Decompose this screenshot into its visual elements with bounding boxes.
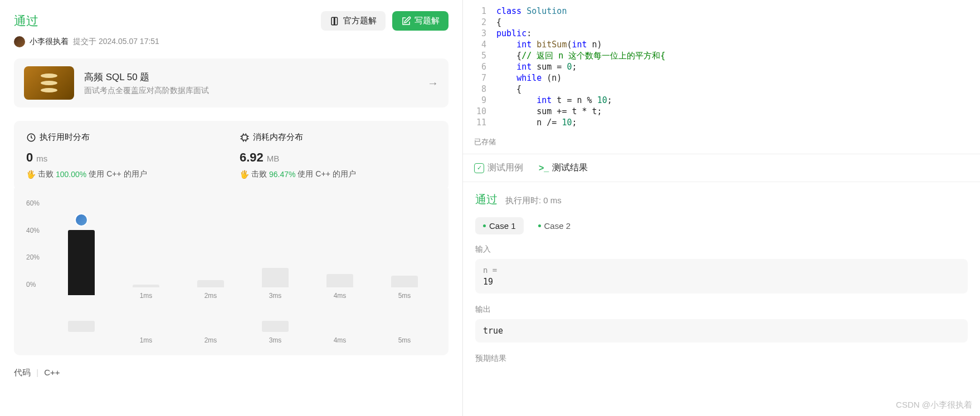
line-number: 7 — [474, 72, 496, 84]
tab-testcases[interactable]: ✓ 测试用例 — [474, 162, 523, 174]
code-content[interactable]: int t = n % 10; — [496, 95, 612, 106]
mini-bar-column[interactable] — [50, 321, 113, 344]
bar-column[interactable] — [50, 230, 113, 300]
status-accepted: 通过 — [14, 13, 38, 30]
y-tick: 40% — [26, 227, 40, 234]
mini-bar — [68, 321, 95, 332]
code-line[interactable]: 4 int bitSum(int n) — [474, 39, 980, 50]
code-content[interactable]: {// 返回 n 这个数每一位上的平方和{ — [496, 50, 665, 61]
code-line[interactable]: 5 {// 返回 n 这个数每一位上的平方和{ — [474, 50, 980, 61]
code-content[interactable]: while (n) — [496, 72, 562, 84]
user-avatar[interactable] — [14, 36, 25, 47]
write-solution-button[interactable]: 写题解 — [392, 11, 448, 31]
code-section-header: 代码 | C++ — [14, 368, 448, 378]
code-label: 代码 — [14, 368, 31, 377]
runtime-header: 执行用时分布 — [26, 132, 223, 143]
saved-status: 已存储 — [463, 134, 980, 154]
runtime-beat: 🖐 击败 100.00% 使用 C++ 的用户 — [26, 169, 223, 179]
mini-bar-column[interactable]: 1ms — [114, 321, 178, 344]
result-status: 通过 执行用时: 0 ms — [475, 192, 968, 207]
case-2-tab[interactable]: Case 2 — [530, 217, 579, 234]
database-icon — [41, 74, 57, 92]
chip-icon — [240, 133, 250, 143]
code-content[interactable]: int bitSum(int n) — [496, 39, 602, 50]
status-row: 通过 官方题解 写题解 — [14, 11, 448, 31]
bar-column[interactable]: 4ms — [308, 274, 372, 300]
mini-bar-column[interactable]: 3ms — [243, 321, 307, 344]
code-content[interactable]: n /= 10; — [496, 117, 577, 128]
check-icon: ✓ — [474, 163, 484, 173]
mini-x-label: 4ms — [334, 336, 347, 344]
bar-column[interactable]: 3ms — [243, 268, 307, 300]
bar — [326, 274, 353, 287]
status-buttons: 官方题解 写题解 — [321, 11, 448, 31]
code-line[interactable]: 10 sum += t * t; — [474, 106, 980, 117]
input-value: 19 — [483, 277, 960, 287]
bar-column[interactable]: 5ms — [373, 276, 436, 300]
code-content[interactable]: public: — [496, 28, 532, 39]
code-line[interactable]: 2{ — [474, 17, 980, 28]
mini-bar — [326, 321, 353, 332]
memory-beat-suffix: 使用 C++ 的用户 — [298, 169, 355, 179]
mini-bar — [391, 321, 418, 332]
code-line[interactable]: 3public: — [474, 28, 980, 39]
bar-column[interactable]: 2ms — [179, 280, 242, 300]
code-line[interactable]: 1class Solution — [474, 6, 980, 17]
runtime-header-text: 执行用时分布 — [40, 132, 90, 143]
mini-bar — [262, 321, 289, 332]
hand-icon: 🖐 — [240, 170, 249, 179]
mini-x-label: 5ms — [398, 336, 411, 344]
code-line[interactable]: 9 int t = n % 10; — [474, 95, 980, 106]
expected-label: 预期结果 — [475, 354, 968, 364]
memory-beat-pct: 96.47% — [269, 170, 295, 179]
code-line[interactable]: 6 int sum = 0; — [474, 61, 980, 72]
official-solution-button[interactable]: 官方题解 — [321, 11, 386, 31]
username[interactable]: 小李很执着 — [30, 37, 69, 47]
stats-row: 执行用时分布 0 ms 🖐 击败 100.00% 使用 C++ 的用户 消耗内存… — [14, 121, 448, 190]
input-box[interactable]: n = 19 — [475, 259, 968, 293]
official-solution-label: 官方题解 — [343, 16, 377, 26]
memory-header-text: 消耗内存分布 — [253, 132, 303, 143]
memory-header: 消耗内存分布 — [240, 132, 436, 143]
code-line[interactable]: 8 { — [474, 84, 980, 95]
promo-subtitle: 面试考点全覆盖应对高阶数据库面试 — [84, 86, 209, 96]
code-content[interactable]: sum += t * t; — [496, 106, 602, 117]
status-dot-icon — [483, 224, 486, 227]
write-solution-label: 写题解 — [415, 16, 440, 26]
runtime-unit: ms — [36, 154, 47, 163]
code-line[interactable]: 11 n /= 10; — [474, 117, 980, 128]
bar — [68, 230, 95, 295]
bar — [133, 285, 159, 287]
code-line[interactable]: 7 while (n) — [474, 72, 980, 84]
tab-results[interactable]: >_ 测试结果 — [539, 162, 588, 174]
code-editor[interactable]: 1class Solution2{3public:4 int bitSum(in… — [463, 0, 980, 134]
case-2-label: Case 2 — [544, 221, 571, 231]
mini-chart: 1ms2ms3ms4ms5ms — [26, 321, 436, 344]
case-1-tab[interactable]: Case 1 — [475, 217, 524, 234]
mini-bar-column[interactable]: 4ms — [308, 321, 372, 344]
code-content[interactable]: int sum = 0; — [496, 61, 577, 72]
mini-bar-column[interactable]: 2ms — [179, 321, 242, 344]
case-tabs: Case 1 Case 2 — [475, 217, 968, 234]
promo-title: 高频 SQL 50 题 — [84, 71, 209, 84]
watermark: CSDN @小李很执着 — [896, 400, 972, 410]
beat-label: 击败 — [251, 169, 267, 179]
line-number: 10 — [474, 106, 496, 117]
bar-column[interactable]: 1ms — [114, 285, 178, 300]
promo-card[interactable]: 高频 SQL 50 题 面试考点全覆盖应对高阶数据库面试 → — [14, 58, 448, 107]
line-number: 11 — [474, 117, 496, 128]
code-content[interactable]: class Solution — [496, 6, 567, 17]
line-number: 2 — [474, 17, 496, 28]
code-content[interactable]: { — [496, 17, 501, 28]
promo-icon — [24, 66, 74, 100]
x-label: 3ms — [269, 292, 282, 300]
result-runtime: 执行用时: 0 ms — [505, 195, 562, 206]
x-label: 5ms — [398, 292, 411, 300]
x-label: 4ms — [334, 292, 347, 300]
mini-bar — [133, 321, 159, 332]
mini-bar-column[interactable]: 5ms — [373, 321, 436, 344]
code-content[interactable]: { — [496, 84, 521, 95]
y-tick: 20% — [26, 253, 40, 261]
memory-unit: MB — [267, 154, 280, 163]
memory-beat: 🖐 击败 96.47% 使用 C++ 的用户 — [240, 169, 436, 179]
